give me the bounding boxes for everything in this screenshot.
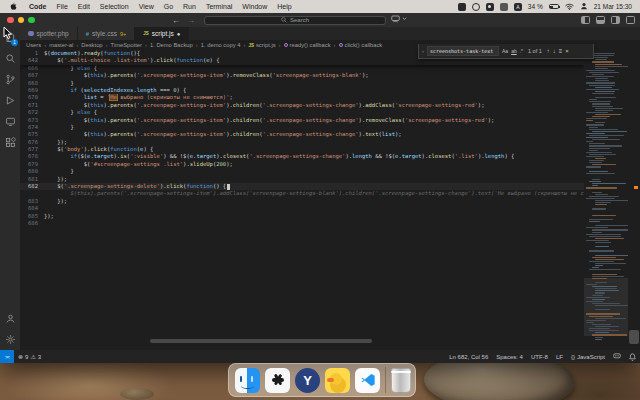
code-line-682[interactable]: 682 $('.screenpage-settings-delete').cli…	[20, 183, 584, 190]
code-line-671[interactable]: 671 $(this).parents('.screenpage-setting…	[20, 102, 584, 109]
minimap[interactable]	[584, 50, 628, 346]
indentation-indicator[interactable]: Spaces: 4	[492, 354, 527, 360]
menu-view[interactable]: View	[134, 3, 159, 10]
code-line-681[interactable]: 681 });	[20, 176, 584, 183]
code-line-683[interactable]: 683 });	[20, 198, 584, 205]
settings-button[interactable]	[0, 329, 20, 350]
breadcrumb-item[interactable]: 1. Demo Backup	[150, 42, 193, 48]
modified-dot-icon[interactable]: ●	[177, 31, 181, 37]
breadcrumb-item[interactable]: 1. demo copy 4	[201, 42, 241, 48]
horizontal-scrollbar[interactable]	[150, 339, 372, 343]
yandex-browser-icon[interactable]: Y	[295, 368, 320, 393]
previous-match-icon[interactable]: ↑	[547, 48, 550, 54]
find-in-selection-icon[interactable]: ≡	[559, 48, 563, 54]
menu-go[interactable]: Go	[159, 3, 178, 10]
encoding-indicator[interactable]: UTF-8	[527, 354, 552, 360]
status-menu-icon[interactable]	[472, 3, 480, 11]
vertical-scrollbar[interactable]	[629, 330, 639, 344]
minimize-window-button[interactable]	[18, 17, 25, 24]
code-line-668[interactable]: 668 }	[20, 80, 584, 87]
menu-window[interactable]: Window	[237, 3, 272, 10]
code-line-676[interactable]: 676 });	[20, 139, 584, 146]
code-line-666[interactable]: 666 } else {	[20, 65, 584, 72]
sidebar-item-extensions[interactable]	[0, 132, 20, 153]
toggle-panel-icon[interactable]	[596, 16, 605, 24]
copilot-menu[interactable]	[391, 15, 407, 23]
problems-indicator[interactable]: ⊗ 9 ⚠ 3	[14, 353, 45, 360]
language-indicator[interactable]: {}JavaScript	[567, 354, 609, 360]
code-line-670[interactable]: 670 list = 'Не выбрано (скриншоты не сни…	[20, 94, 584, 101]
sidebar-item-search[interactable]	[0, 48, 20, 69]
breadcrumb-item[interactable]: Desktop	[81, 42, 102, 48]
toggle-sidebar-icon[interactable]	[581, 16, 590, 24]
find-input[interactable]: screenshots-task-text	[427, 46, 499, 56]
code-line-674[interactable]: 674 }	[20, 124, 584, 131]
code-editor[interactable]: 666 } else {667 $(this).parents('.screen…	[20, 50, 584, 346]
code-line-684[interactable]: 684	[20, 205, 584, 212]
code-line-680[interactable]: 680 }	[20, 168, 584, 175]
copilot-status-icon[interactable]	[609, 353, 625, 360]
finder-icon[interactable]	[235, 368, 260, 393]
status-menu-icon[interactable]	[500, 3, 508, 11]
code-line-675[interactable]: 675 $(this).parents('.screenpage-setting…	[20, 131, 584, 138]
eol-indicator[interactable]: LF	[552, 354, 567, 360]
regex-icon[interactable]: .*	[520, 48, 523, 54]
menu-selection[interactable]: Selection	[95, 3, 134, 10]
code-line-667[interactable]: 667 $(this).parents('.screenpage-setting…	[20, 72, 584, 79]
menu-file[interactable]: File	[52, 3, 73, 10]
sidebar-item-remote-explorer[interactable]	[0, 111, 20, 132]
menubar-clock[interactable]: 21 Mar 15:30	[594, 3, 632, 10]
menu-code[interactable]: Code	[24, 3, 52, 10]
battery-percentage[interactable]: 34 %	[528, 3, 543, 10]
keyboard-layout-icon[interactable]: A	[514, 3, 522, 11]
customize-layout-icon[interactable]	[626, 16, 635, 24]
inline-suggestion-line[interactable]: $(this).parents('.screenpage-settings-it…	[20, 190, 584, 197]
user-menu-icon[interactable]	[580, 2, 588, 11]
tab-style.css[interactable]: #style.css9+	[78, 27, 136, 40]
code-line-679[interactable]: 679 $('#screenpage-settings .list').slid…	[20, 161, 584, 168]
next-match-icon[interactable]: ↓	[553, 48, 556, 54]
cursor-position[interactable]: Ln 682, Col 56	[445, 354, 492, 360]
tab-spotter.php[interactable]: spotter.php	[20, 27, 78, 40]
code-line-669[interactable]: 669 if (selectedIndexes.length === 0) {	[20, 87, 584, 94]
breadcrumb-item[interactable]: click() callback	[339, 42, 383, 48]
sidebar-item-run-debug[interactable]	[0, 90, 20, 111]
toggle-secondary-sidebar-icon[interactable]	[611, 16, 620, 24]
navigate-forward-icon[interactable]: →	[187, 16, 195, 25]
menu-help[interactable]: Help	[272, 3, 296, 10]
chatgpt-icon[interactable]	[265, 368, 290, 393]
code-line-685[interactable]: 685});	[20, 213, 584, 220]
breadcrumb-item[interactable]: JSscript.js	[248, 42, 275, 48]
breadcrumb-item[interactable]: master-al	[49, 42, 73, 48]
menu-run[interactable]: Run	[178, 3, 201, 10]
trash-icon[interactable]	[391, 368, 411, 393]
code-line-672[interactable]: 672 } else {	[20, 109, 584, 116]
code-line-686[interactable]: 686	[20, 220, 584, 227]
close-find-icon[interactable]: ×	[565, 48, 569, 54]
breadcrumb-item[interactable]: Users	[26, 42, 41, 48]
breadcrumb-item[interactable]: TimeSpotter	[111, 42, 142, 48]
menu-edit[interactable]: Edit	[73, 3, 95, 10]
menu-terminal[interactable]: Terminal	[201, 3, 237, 10]
status-menu-icon[interactable]	[458, 3, 466, 11]
remote-indicator[interactable]: ><	[0, 350, 14, 363]
code-line-673[interactable]: 673 $(this).parents('.screenpage-setting…	[20, 117, 584, 124]
navigate-back-icon[interactable]: ←	[172, 16, 180, 25]
breadcrumb-item[interactable]: ready() callback	[284, 42, 331, 48]
sidebar-item-source-control[interactable]	[0, 69, 20, 90]
code-line-677[interactable]: 677 $('body').click(function(e) {	[20, 146, 584, 153]
whole-word-icon[interactable]: ab	[511, 48, 517, 54]
toggle-replace-icon[interactable]: ›	[422, 48, 424, 54]
tab-script.js[interactable]: JSscript.js●	[135, 27, 189, 40]
wifi-icon[interactable]	[565, 3, 574, 11]
close-window-button[interactable]	[7, 17, 14, 24]
match-case-icon[interactable]: Aa	[502, 48, 508, 54]
accounts-button[interactable]	[0, 308, 20, 329]
command-center-search[interactable]: Search	[204, 16, 386, 26]
overview-ruler[interactable]	[628, 50, 640, 346]
vscode-icon[interactable]	[355, 368, 380, 393]
apple-menu-icon[interactable]	[8, 2, 18, 11]
notifications-bell-icon[interactable]	[625, 353, 640, 361]
battery-icon[interactable]	[549, 4, 559, 9]
code-line-678[interactable]: 678 if($(e.target).is(':visible') && !$(…	[20, 153, 584, 160]
